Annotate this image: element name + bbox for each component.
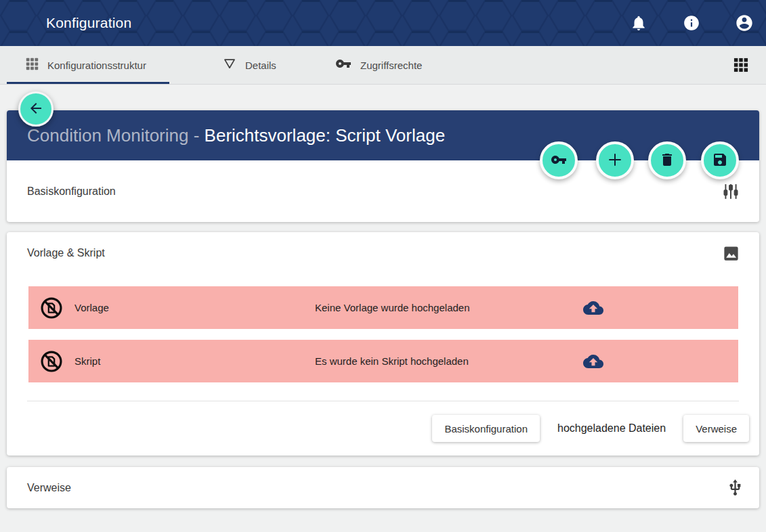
skript-alert-row: Skript Es wurde kein Skript hochgeladen bbox=[28, 340, 738, 382]
verweise-button[interactable]: Verweise bbox=[683, 415, 749, 442]
cloud-upload-icon[interactable] bbox=[582, 297, 604, 319]
page-title-prefix: Condition Monitoring - bbox=[27, 125, 205, 146]
vorlage-skript-footer: Basiskonfiguration hochgeladene Dateien … bbox=[7, 409, 749, 447]
card-divider bbox=[27, 401, 739, 401]
no-file-icon bbox=[39, 296, 64, 320]
tab-label: Details bbox=[245, 60, 276, 71]
trash-icon bbox=[659, 152, 675, 170]
section-basiskonfiguration[interactable]: Basiskonfiguration bbox=[7, 160, 759, 222]
key-icon bbox=[551, 152, 567, 170]
add-fab[interactable] bbox=[596, 141, 634, 179]
tab-zugriffsrechte[interactable]: Zugriffsrechte bbox=[335, 46, 422, 84]
app-title: Konfiguration bbox=[46, 0, 131, 46]
bell-icon[interactable] bbox=[629, 14, 648, 32]
alert-message: Es wurde kein Skript hochgeladen bbox=[315, 355, 469, 367]
vorlage-skript-card: Vorlage & Skript Vorlage Keine Vorlage w… bbox=[7, 232, 759, 456]
info-icon[interactable] bbox=[682, 14, 701, 32]
alert-message: Keine Vorlage wurde hochgeladen bbox=[315, 302, 470, 313]
tune-sliders-icon[interactable] bbox=[721, 182, 740, 201]
page-title: Condition Monitoring - Berichtsvorlage: … bbox=[27, 125, 445, 146]
arrow-back-icon bbox=[28, 100, 44, 118]
active-tab-underline bbox=[7, 82, 169, 84]
section-label: Verweise bbox=[27, 482, 71, 494]
basiskonfiguration-button[interactable]: Basiskonfiguration bbox=[432, 415, 540, 442]
account-icon[interactable] bbox=[735, 14, 754, 32]
vorlage-skript-titlebar: Vorlage & Skript bbox=[7, 232, 759, 274]
config-header-card: Condition Monitoring - Berichtsvorlage: … bbox=[7, 110, 759, 222]
cloud-upload-icon[interactable] bbox=[582, 351, 604, 372]
page-title-main: Berichtsvorlage: Script Vorlage bbox=[205, 125, 446, 146]
vorlage-alert-row: Vorlage Keine Vorlage wurde hochgeladen bbox=[28, 286, 738, 329]
tab-label: Zugriffsrechte bbox=[360, 60, 422, 71]
navbar-icon-group bbox=[629, 0, 754, 46]
tab-bar: Konfigurationsstruktur Details Zugriffsr… bbox=[0, 46, 766, 85]
tab-label: Konfigurationsstruktur bbox=[47, 60, 146, 71]
tab-details[interactable]: Details bbox=[223, 46, 276, 84]
hochgeladene-dateien-label[interactable]: hochgeladene Dateien bbox=[557, 422, 666, 435]
section-label: Basiskonfiguration bbox=[27, 185, 116, 198]
image-icon[interactable] bbox=[721, 244, 740, 263]
section-label: Vorlage & Skript bbox=[27, 247, 105, 259]
page-header: Condition Monitoring - Berichtsvorlage: … bbox=[7, 110, 759, 160]
top-navbar: Konfiguration bbox=[0, 0, 766, 46]
alert-label: Vorlage bbox=[75, 302, 109, 313]
app-root: Konfiguration Konfigurationsstruktu bbox=[0, 0, 766, 532]
delete-fab[interactable] bbox=[648, 141, 686, 179]
save-fab[interactable] bbox=[701, 141, 739, 179]
usb-icon[interactable] bbox=[725, 479, 744, 497]
access-rights-fab[interactable] bbox=[540, 141, 578, 179]
save-icon bbox=[712, 152, 728, 170]
plus-icon bbox=[606, 151, 624, 171]
alert-label: Skript bbox=[75, 355, 100, 367]
verweise-card[interactable]: Verweise bbox=[7, 467, 759, 508]
back-button[interactable] bbox=[18, 91, 54, 127]
triangle-down-icon bbox=[223, 57, 236, 73]
apps-grid-icon[interactable] bbox=[733, 58, 748, 72]
no-file-icon bbox=[39, 349, 64, 374]
grid-icon bbox=[26, 58, 39, 73]
key-icon bbox=[335, 56, 352, 74]
tab-konfigurationsstruktur[interactable]: Konfigurationsstruktur bbox=[26, 46, 146, 84]
